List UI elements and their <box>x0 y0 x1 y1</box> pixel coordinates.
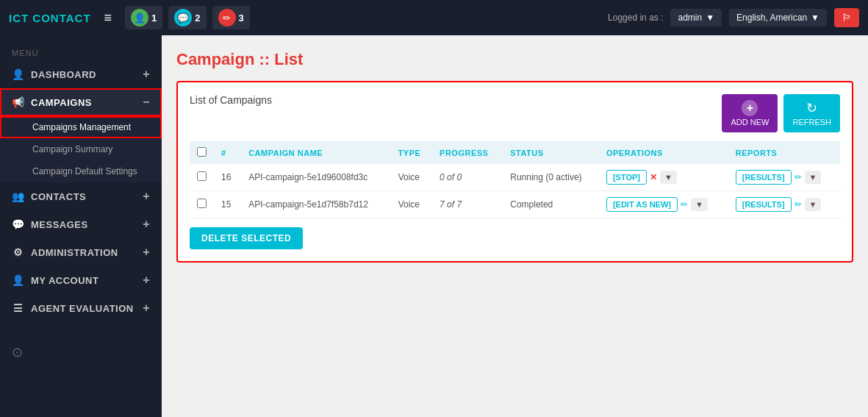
nav-badge-2[interactable]: 💬 2 <box>168 6 206 29</box>
add-new-plus-icon: + <box>742 100 758 116</box>
td-checkbox-2 <box>190 191 214 218</box>
edit-icon-1[interactable]: ✏ <box>795 172 802 182</box>
sidebar-item-contacts[interactable]: 👥 CONTACTS + <box>0 182 162 210</box>
sidebar-messages-label: MESSAGES <box>31 219 88 230</box>
results-button-1[interactable]: [RESULTS] <box>736 170 792 185</box>
td-name-2: API-campaign-5e1d7f58b7d12 <box>241 191 391 218</box>
th-campaign-name: CAMPAIGN NAME <box>241 141 391 164</box>
th-type: TYPE <box>391 141 432 164</box>
campaign-box-header: List of Campaigns + ADD NEW ↻ REFRESH <box>190 94 840 132</box>
stop-button-1[interactable]: [STOP] <box>606 170 647 185</box>
td-results-1: [RESULTS] ✏ ▼ <box>728 164 840 191</box>
edit-pencil-icon-2[interactable]: ✏ <box>681 199 688 210</box>
refresh-button[interactable]: ↻ REFRESH <box>783 94 840 132</box>
edit-as-new-button-2[interactable]: [EDIT AS NEW] <box>606 197 678 212</box>
sidebar-item-agent-evaluation[interactable]: ☰ AGENT EVALUATION + <box>0 294 162 322</box>
top-nav: ICT CONTACT ≡ 👤 1 💬 2 ✏ 3 Logged in as :… <box>0 0 868 35</box>
sidebar-administration-label: ADMINISTRATION <box>31 247 118 258</box>
contacts-icon: 👥 <box>12 190 25 203</box>
add-new-button[interactable]: + ADD NEW <box>722 94 778 132</box>
sidebar: MENU 👤 DASHBOARD + 📢 CAMPAIGNS − Campaig… <box>0 35 162 417</box>
sidebar-bottom: ⊙ <box>0 337 162 368</box>
td-name-1: API-campaign-5e1d96008fd3c <box>241 164 391 191</box>
th-reports: REPORTS <box>728 141 840 164</box>
campaigns-submenu: Campaigns Management Campaign Summary Ca… <box>0 116 162 182</box>
user-name: admin <box>678 13 702 23</box>
td-progress-2: 7 of 7 <box>432 191 503 218</box>
th-checkbox <box>190 141 214 164</box>
sidebar-item-campaigns[interactable]: 📢 CAMPAIGNS − <box>0 88 162 116</box>
table-header-row: # CAMPAIGN NAME TYPE PROGRESS STATUS OPE… <box>190 141 840 164</box>
table-row: 15 API-campaign-5e1d7f58b7d12 Voice 7 of… <box>190 191 840 218</box>
td-ops-1: [STOP] ✕ ▼ <box>599 164 728 191</box>
th-status: STATUS <box>503 141 599 164</box>
sidebar-contacts-label: CONTACTS <box>31 191 86 202</box>
ops-cell-1: [STOP] ✕ ▼ <box>606 170 721 185</box>
top-actions: + ADD NEW ↻ REFRESH <box>722 94 840 132</box>
delete-selected-button[interactable]: DELETE SELECTED <box>190 227 303 249</box>
list-title: List of Campaigns <box>190 94 272 106</box>
flag-button[interactable]: 🏳 <box>834 8 859 27</box>
badge-1-count: 1 <box>151 13 157 24</box>
td-checkbox-1 <box>190 164 214 191</box>
edit-icon-2[interactable]: ✏ <box>795 199 802 210</box>
th-progress: PROGRESS <box>432 141 503 164</box>
ops-dropdown-2[interactable]: ▼ <box>691 198 708 211</box>
results-button-2[interactable]: [RESULTS] <box>736 197 792 212</box>
nav-badge-3[interactable]: ✏ 3 <box>212 6 250 29</box>
delete-icon-1[interactable]: ✕ <box>650 172 657 182</box>
select-all-checkbox[interactable] <box>197 147 207 157</box>
sidebar-item-campaigns-management[interactable]: Campaigns Management <box>0 116 162 138</box>
language-label: English, American <box>736 13 807 23</box>
td-results-2: [RESULTS] ✏ ▼ <box>728 191 840 218</box>
sidebar-item-administration[interactable]: ⚙ ADMINISTRATION + <box>0 238 162 266</box>
results-cell-1: [RESULTS] ✏ ▼ <box>736 170 833 185</box>
sidebar-item-messages[interactable]: 💬 MESSAGES + <box>0 210 162 238</box>
menu-label: MENU <box>0 43 162 60</box>
td-status-2: Completed <box>503 191 599 218</box>
row-1-checkbox[interactable] <box>197 171 207 181</box>
ops-cell-2: [EDIT AS NEW] ✏ ▼ <box>606 197 721 212</box>
campaign-list-box: List of Campaigns + ADD NEW ↻ REFRESH <box>176 81 853 263</box>
results-cell-2: [RESULTS] ✏ ▼ <box>736 197 833 212</box>
td-type-2: Voice <box>391 191 432 218</box>
app-logo: ICT CONTACT <box>9 12 91 24</box>
sidebar-item-campaign-default-settings[interactable]: Campaign Default Settings <box>0 160 162 182</box>
th-id: # <box>214 141 241 164</box>
badge-user-icon: 👤 <box>131 9 148 26</box>
main-layout: MENU 👤 DASHBOARD + 📢 CAMPAIGNS − Campaig… <box>0 35 868 417</box>
td-ops-2: [EDIT AS NEW] ✏ ▼ <box>599 191 728 218</box>
results-dropdown-2[interactable]: ▼ <box>805 198 822 211</box>
badge-edit-icon: ✏ <box>218 9 236 26</box>
my-account-icon: 👤 <box>12 274 25 287</box>
agent-evaluation-expand-icon: + <box>143 302 150 315</box>
administration-expand-icon: + <box>143 246 150 259</box>
my-account-expand-icon: + <box>143 274 150 287</box>
td-id-2: 15 <box>214 191 241 218</box>
logged-in-label: Logged in as : <box>608 13 663 23</box>
refresh-icon: ↻ <box>806 100 817 116</box>
sidebar-campaigns-label: CAMPAIGNS <box>31 97 92 108</box>
language-dropdown[interactable]: English, American ▼ <box>729 9 827 26</box>
sidebar-my-account-label: MY ACCOUNT <box>31 275 98 286</box>
results-dropdown-1[interactable]: ▼ <box>805 171 822 184</box>
campaigns-icon: 📢 <box>12 96 25 109</box>
user-dropdown[interactable]: admin ▼ <box>670 9 722 26</box>
user-chevron-icon: ▼ <box>706 13 714 23</box>
dashboard-expand-icon: + <box>143 68 150 81</box>
sidebar-item-campaign-summary[interactable]: Campaign Summary <box>0 138 162 160</box>
table-row: 16 API-campaign-5e1d96008fd3c Voice 0 of… <box>190 164 840 191</box>
campaigns-collapse-icon: − <box>143 96 150 109</box>
nav-badge-1[interactable]: 👤 1 <box>125 6 162 29</box>
content-area: Campaign :: List List of Campaigns + ADD… <box>162 35 868 417</box>
sidebar-item-my-account[interactable]: 👤 MY ACCOUNT + <box>0 266 162 294</box>
ops-dropdown-1[interactable]: ▼ <box>660 171 677 184</box>
administration-icon: ⚙ <box>12 246 25 259</box>
contacts-expand-icon: + <box>143 190 150 203</box>
add-new-label: ADD NEW <box>731 118 769 126</box>
help-icon[interactable]: ⊙ <box>12 345 23 360</box>
hamburger-icon[interactable]: ≡ <box>104 10 112 26</box>
row-2-checkbox[interactable] <box>197 199 207 208</box>
sidebar-item-dashboard[interactable]: 👤 DASHBOARD + <box>0 60 162 88</box>
top-right: Logged in as : admin ▼ English, American… <box>608 8 859 27</box>
